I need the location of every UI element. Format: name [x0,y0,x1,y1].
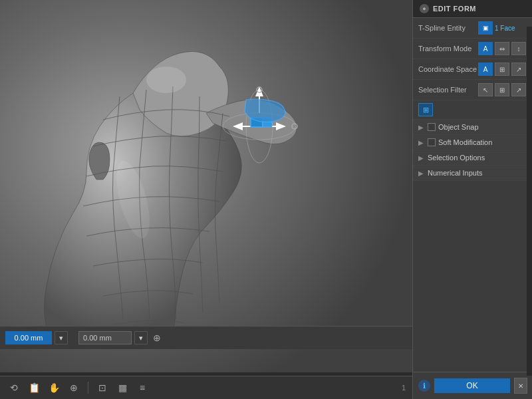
svg-point-1 [146,66,186,93]
numerical-inputs-section[interactable]: ▶ Numerical Inputs [413,166,532,181]
input-bar: 0.00 mm ▾ ▾ ⊕ [0,326,412,349]
3d-viewport[interactable]: 0.00 mm ▾ ▾ ⊕ [0,0,412,372]
right-panel: ● EDIT FORM T-Spline Entity ▣ 1 Face Tra… [412,0,532,399]
selection-filter-row: Selection Filter ↖ ⊞ ↗ [413,80,532,100]
extra-icon-1[interactable]: ⊞ [418,103,433,116]
object-snap-label: Object Snap [438,123,479,131]
selection-filter-controls: ↖ ⊞ ↗ [478,83,527,96]
panel-title: EDIT FORM [433,5,476,13]
selection-options-section[interactable]: ▶ Selection Options [413,150,532,166]
panel-header: ● EDIT FORM [413,0,532,18]
sel-options-label: Selection Options [428,154,485,162]
object-snap-check[interactable] [428,123,436,131]
soft-mod-label: Soft Modification [438,138,492,146]
transform-mode-btn-1[interactable]: A [478,42,493,55]
dropdown-btn-1[interactable]: ▾ [55,331,68,344]
coord-space-btn-3[interactable]: ↗ [511,63,526,76]
transform-mode-row: Transform Mode A ⇔ ↕ [413,39,532,59]
coordinate-space-controls: A ⊞ ↗ [478,63,527,76]
entity-value: 1 Face [495,25,515,32]
num-inputs-label: Numerical Inputs [428,169,483,177]
coordinate-space-label: Coordinate Space [418,65,478,73]
value-input-1[interactable]: 0.00 mm [5,331,52,344]
entity-select-btn[interactable]: ▣ [478,21,493,35]
toolbar-rotate-icon[interactable]: ⟲ [7,380,21,395]
selection-filter-label: Selection Filter [418,86,478,94]
tspline-entity-label: T-Spline Entity [418,24,478,32]
num-inputs-arrow: ▶ [418,170,424,177]
bottom-toolbar: ⟲ 📋 ✋ ⊕ ⊡ ▦ ≡ 1 [0,376,412,399]
coordinate-space-row: Coordinate Space A ⊞ ↗ [413,59,532,80]
transform-mode-btn-3[interactable]: ↕ [511,42,526,55]
filter-btn-1[interactable]: ↖ [478,83,493,96]
ok-button[interactable]: OK [434,378,510,393]
scroll-indicator [527,27,532,376]
filter-btn-3[interactable]: ↗ [511,83,526,96]
coord-space-btn-2[interactable]: ⊞ [495,63,509,76]
toolbar-menu-icon[interactable]: ≡ [135,380,150,395]
soft-mod-check[interactable] [428,138,436,146]
tspline-entity-controls: ▣ 1 Face [478,21,527,35]
page-number: 1 [402,384,406,392]
toolbar-copy-icon[interactable]: 📋 [27,380,41,395]
cancel-button[interactable]: ✕ [514,378,527,394]
panel-footer: ℹ OK ✕ [413,372,532,399]
dropdown-btn-2[interactable]: ▾ [134,331,148,344]
sel-options-arrow: ▶ [418,154,424,162]
toolbar-sep-1 [88,382,88,394]
toolbar-pan-icon[interactable]: ✋ [47,380,61,395]
toolbar-box-icon[interactable]: ⊡ [95,380,110,395]
link-icon[interactable]: ⊕ [150,332,164,343]
tspline-entity-row: T-Spline Entity ▣ 1 Face [413,18,532,39]
object-snap-arrow: ▶ [418,124,424,131]
filter-btn-2[interactable]: ⊞ [495,83,509,96]
value-input-2[interactable] [78,331,132,344]
toolbar-add-icon[interactable]: ⊕ [66,380,81,395]
entity-btn-icon: ▣ [483,25,489,31]
soft-modification-section[interactable]: ▶ Soft Modification [413,135,532,150]
soft-mod-arrow: ▶ [418,139,424,146]
extra-icon-row: ⊞ [413,100,532,120]
info-icon[interactable]: ℹ [418,380,430,392]
transform-mode-btn-2[interactable]: ⇔ [495,42,509,55]
transform-mode-controls: A ⇔ ↕ [478,42,527,55]
panel-header-icon: ● [420,4,429,13]
coord-space-btn-1[interactable]: A [478,63,493,76]
toolbar-grid-icon[interactable]: ▦ [115,380,130,395]
transform-mode-label: Transform Mode [418,45,478,53]
object-snap-section[interactable]: ▶ Object Snap [413,120,532,135]
